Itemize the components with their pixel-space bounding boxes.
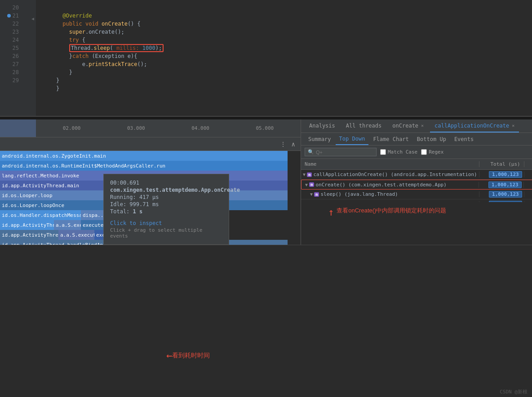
subtab-top-down-label: Top Down — [339, 136, 365, 142]
seg-8-2: a.a.S.execute — [54, 220, 81, 230]
line-21: 21 — [0, 12, 22, 20]
tab-analysis[interactable]: Analysis — [305, 119, 340, 132]
expand-arrow-3[interactable]: ▼ — [310, 192, 313, 197]
flame-row-2[interactable]: android.internal.os.RuntimeInit$MethodAn… — [0, 161, 288, 171]
subtab-flame-chart-label: Flame Chart — [373, 136, 408, 142]
line-26: 26 — [0, 52, 22, 60]
subtab-bottom-up[interactable]: Bottom Up — [413, 133, 450, 145]
row2-pct: 100.0 — [524, 182, 532, 188]
row2-total: 1,000,123 — [479, 182, 524, 188]
flame-row-1[interactable]: android.internal.os.ZygoteInit.main — [0, 151, 288, 161]
timeline-numbers: 02.000 03.000 04.000 05.000 — [4, 125, 297, 131]
line-27: 27 — [0, 60, 22, 68]
tooltip-click-drag: Click + drag to select multiple events — [110, 227, 222, 239]
analysis-tabs-bar: Analysis All threads onCreate ✕ callAppl… — [301, 119, 532, 133]
search-bar: 🔍 Match Case Regex — [301, 146, 532, 159]
tooltip-arrow-annotation: ← 看到耗时时间 — [166, 350, 210, 361]
subtab-events-label: Events — [454, 136, 474, 142]
flame-header-1: ⋮ ∧ — [0, 137, 301, 151]
tooltip-annotation-text: 看到耗时时间 — [172, 352, 210, 360]
code-line-28: } — [43, 68, 532, 76]
tab-call-application-close[interactable]: ✕ — [512, 123, 514, 128]
line-20: 20 — [0, 4, 22, 12]
tooltip-total-value: 1 s — [133, 208, 143, 215]
row3-pct: 100.0 — [524, 191, 532, 197]
seg-7-1: id.os.Handler.dispatchMessage — [0, 210, 81, 220]
seg-8-1: id.app.ActivityThread$H.handleMessage — [0, 220, 54, 230]
m-badge-1: m — [307, 172, 312, 177]
row3-name-text: sleep() (java.lang.Thread) — [320, 191, 398, 197]
row2-total-badge: 1,000,123 — [488, 181, 522, 188]
search-input[interactable] — [316, 150, 373, 155]
tooltip-click-inspect[interactable]: Click to inspect — [110, 220, 222, 226]
sub-tabs-bar: Summary Top Down Flame Chart Bottom Up E… — [301, 133, 532, 146]
row1-name: ▼ m callApplicationOnCreate() (android.a… — [301, 172, 479, 177]
subtab-events[interactable]: Events — [451, 133, 477, 145]
col-name-header: Name — [301, 161, 479, 167]
line-25: 25 — [0, 44, 22, 52]
subtab-summary-label: Summary — [308, 136, 331, 142]
tooltip-time: 00:00.691 — [110, 180, 222, 186]
tab-analysis-label: Analysis — [309, 123, 335, 129]
row1-total-badge: 1,000,123 — [489, 171, 522, 178]
arrow-up-icon: ↑ — [328, 207, 334, 218]
right-annotation-text: 查看onCreate()中内部调用锁定耗时的问题 — [337, 207, 446, 215]
m-badge-2: m — [309, 182, 314, 187]
code-content: @Override public void onCreate() { super… — [36, 0, 532, 116]
line-22: 22 — [0, 20, 22, 28]
subtab-top-down[interactable]: Top Down — [336, 133, 369, 145]
line-29: 29 — [0, 76, 22, 84]
expand-arrow-2[interactable]: ▼ — [305, 182, 308, 187]
timeline-bar: 02.000 03.000 04.000 05.000 — [0, 119, 301, 137]
line-28: 28 — [0, 68, 22, 76]
tab-oncreate-close[interactable]: ✕ — [421, 123, 424, 128]
tab-call-application[interactable]: callApplicationOnCreate ✕ — [430, 119, 519, 132]
row3-name: ▼ m sleep() (java.lang.Thread) — [301, 191, 479, 197]
match-case-label[interactable]: Match Case — [380, 149, 417, 155]
arrow-left-icon: ← — [166, 350, 172, 361]
subtab-bottom-up-label: Bottom Up — [417, 136, 446, 142]
csdn-watermark: CSDN @新根 — [500, 388, 528, 395]
timeline-marker-1: 02.000 — [63, 125, 81, 131]
tab-oncreate[interactable]: onCreate ✕ — [388, 119, 428, 132]
tooltip-popup: 00:00.691 com.xingen.test.attemptdemo.Ap… — [103, 174, 229, 245]
table-area: Name Total (μs) % ▼ m callApplicationOnC… — [301, 159, 532, 202]
subtab-flame-chart[interactable]: Flame Chart — [369, 133, 412, 145]
annotation-area: ↑ 查看onCreate()中内部调用锁定耗时的问题 — [301, 202, 532, 245]
row1-name-text: callApplicationOnCreate() (android.app.I… — [313, 172, 477, 177]
regex-text: Regex — [429, 149, 443, 155]
table-header: Name Total (μs) % — [301, 159, 532, 170]
regex-label[interactable]: Regex — [421, 149, 443, 155]
m-badge-3: m — [314, 192, 319, 197]
tab-oncreate-label: onCreate — [392, 123, 418, 129]
table-row[interactable]: ▼ m callApplicationOnCreate() (android.a… — [301, 170, 532, 180]
table-body: ▼ m callApplicationOnCreate() (android.a… — [301, 170, 532, 202]
timeline-marker-4: 05.000 — [256, 125, 274, 131]
line-numbers-gutter: 20 21 22 23 24 25 26 27 28 29 — [0, 0, 22, 116]
right-arrow-annotation: ↑ 查看onCreate()中内部调用锁定耗时的问题 — [328, 207, 446, 218]
tab-all-threads[interactable]: All threads — [341, 119, 386, 132]
expand-arrow-1[interactable]: ▼ — [303, 172, 306, 177]
seg-9-1: a.a.S.execute — [58, 230, 94, 240]
search-icon: 🔍 — [308, 149, 314, 155]
regex-checkbox[interactable] — [421, 149, 427, 155]
subtab-summary[interactable]: Summary — [305, 133, 335, 145]
more-options-icon[interactable]: ⋮ — [278, 140, 288, 149]
row3-total-badge: 1,000,123 — [489, 191, 522, 198]
collapse-icon[interactable]: ∧ — [290, 140, 297, 149]
table-row[interactable]: ▼ m sleep() (java.lang.Thread) 1,000,123… — [301, 190, 532, 199]
seg-9-0: id.app.ActivityThread.access$1800 — [0, 230, 58, 240]
row1-pct: 100.0 — [524, 172, 532, 177]
col-total-header: Total (μs) — [479, 161, 524, 167]
profiler-section: 02.000 03.000 04.000 05.000 ⋮ ∧ android.… — [0, 119, 532, 245]
code-line-20: @Override — [43, 4, 532, 12]
match-case-checkbox[interactable] — [380, 149, 386, 155]
table-row[interactable]: ▼ m onCreate() (com.xingen.test.attemptd… — [301, 180, 532, 190]
tooltip-title: com.xingen.test.attemptdemo.App.onCreate — [110, 187, 222, 193]
tab-call-application-label: callApplicationOnCreate — [434, 123, 509, 129]
timeline-highlight — [0, 119, 36, 137]
row2-name: ▼ m onCreate() (com.xingen.test.attemptd… — [301, 182, 479, 188]
row1-total: 1,000,123 — [479, 172, 524, 177]
tooltip-total: Total: 1 s — [110, 208, 222, 215]
tooltip-running: Running: 417 μs — [110, 194, 222, 200]
